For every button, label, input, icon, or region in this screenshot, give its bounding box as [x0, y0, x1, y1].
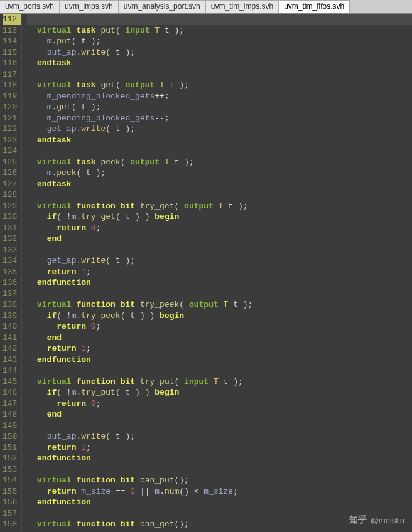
- code-line[interactable]: return 1;: [27, 343, 412, 354]
- code-line[interactable]: return 0;: [27, 321, 412, 332]
- line-number: 118: [3, 80, 17, 91]
- line-number: 114: [3, 36, 17, 47]
- line-number: 146: [3, 387, 17, 398]
- line-number: 117: [3, 69, 17, 80]
- tab-bar: uvm_ports.svhuvm_imps.svhuvm_analysis_po…: [0, 0, 412, 14]
- code-line[interactable]: endtask: [27, 58, 412, 69]
- line-number: 151: [3, 442, 17, 454]
- line-number: 148: [3, 409, 17, 420]
- line-number: 136: [3, 277, 17, 289]
- code-line[interactable]: put_ap.write( t );: [27, 47, 412, 58]
- code-line[interactable]: endfunction: [27, 277, 412, 289]
- tab-uvm_ports-svh[interactable]: uvm_ports.svh: [0, 0, 60, 13]
- line-number: 138: [3, 299, 17, 311]
- code-line[interactable]: virtual function bit try_get( output T t…: [27, 201, 412, 212]
- line-number: 142: [3, 343, 17, 354]
- watermark: 知乎 @meistin: [349, 514, 404, 526]
- code-line[interactable]: [27, 14, 412, 25]
- code-line[interactable]: if( !m.try_peek( t ) ) begin: [27, 311, 412, 322]
- watermark-user: @meistin: [371, 516, 404, 525]
- line-number: 130: [3, 211, 17, 223]
- code-line[interactable]: [27, 189, 412, 201]
- code-line[interactable]: put_ap.write( t );: [27, 431, 412, 442]
- code-line[interactable]: return 1;: [27, 267, 412, 278]
- code-line[interactable]: return 1;: [27, 442, 412, 454]
- line-number: 143: [3, 354, 17, 366]
- code-line[interactable]: end: [27, 409, 412, 420]
- line-number: 139: [3, 311, 17, 322]
- tab-uvm_imps-svh[interactable]: uvm_imps.svh: [60, 0, 119, 13]
- line-number: 153: [3, 464, 17, 476]
- line-number: 149: [3, 420, 17, 432]
- code-line[interactable]: endfunction: [27, 354, 412, 366]
- code-line[interactable]: virtual task get( output T t );: [27, 80, 412, 91]
- line-number: 113: [3, 25, 17, 36]
- line-number: 147: [3, 398, 17, 410]
- code-line[interactable]: m.put( t );: [27, 36, 412, 47]
- line-number: 128: [3, 189, 17, 201]
- code-line[interactable]: virtual task put( input T t );: [27, 25, 412, 36]
- code-line[interactable]: return 0;: [27, 223, 412, 234]
- line-number: 141: [3, 332, 17, 344]
- code-line[interactable]: [27, 289, 412, 300]
- code-line[interactable]: if( !m.try_put( t ) ) begin: [27, 387, 412, 398]
- line-number: 122: [3, 124, 17, 135]
- line-number: 126: [3, 168, 17, 179]
- tab-uvm_tlm_fifos-svh[interactable]: uvm_tlm_fifos.svh: [279, 0, 350, 13]
- zhihu-icon: 知乎: [349, 514, 367, 526]
- line-number-gutter: 1121131141151161171181191201211221231241…: [0, 14, 22, 532]
- line-number: 127: [3, 179, 17, 190]
- code-line[interactable]: m_pending_blocked_gets++;: [27, 91, 412, 102]
- code-line[interactable]: virtual function bit can_put();: [27, 475, 412, 486]
- line-number: 135: [3, 267, 17, 278]
- line-number: 131: [3, 223, 17, 234]
- line-number: 137: [3, 289, 17, 300]
- line-number: 145: [3, 376, 17, 388]
- code-line[interactable]: [27, 420, 412, 432]
- line-number: 152: [3, 453, 17, 464]
- line-number: 140: [3, 321, 17, 332]
- code-line[interactable]: endtask: [27, 179, 412, 190]
- line-number: 116: [3, 58, 17, 69]
- tab-uvm_analysis_port-svh[interactable]: uvm_analysis_port.svh: [119, 0, 206, 13]
- code-line[interactable]: m.peek( t );: [27, 168, 412, 179]
- code-line[interactable]: return 0;: [27, 398, 412, 410]
- code-line[interactable]: virtual function bit try_peek( output T …: [27, 299, 412, 311]
- code-line[interactable]: virtual function bit try_put( input T t …: [27, 376, 412, 388]
- line-number: 124: [3, 146, 17, 157]
- line-number: 112: [3, 14, 21, 25]
- code-line[interactable]: end: [27, 233, 412, 245]
- code-line[interactable]: [27, 245, 412, 256]
- code-line[interactable]: [27, 365, 412, 376]
- tab-uvm_tlm_imps-svh[interactable]: uvm_tlm_imps.svh: [206, 0, 279, 13]
- code-line[interactable]: [27, 146, 412, 157]
- line-number: 150: [3, 431, 17, 442]
- line-number: 158: [3, 519, 17, 530]
- code-area[interactable]: virtual task put( input T t ); m.put( t …: [22, 14, 412, 532]
- line-number: 134: [3, 255, 17, 267]
- line-number: 123: [3, 135, 17, 146]
- code-line[interactable]: endfunction: [27, 497, 412, 508]
- line-number: 156: [3, 497, 17, 508]
- code-line[interactable]: [27, 69, 412, 80]
- line-number: 144: [3, 365, 17, 376]
- code-line[interactable]: virtual task peek( output T t );: [27, 157, 412, 168]
- code-line[interactable]: if( !m.try_get( t ) ) begin: [27, 211, 412, 223]
- code-line[interactable]: m_pending_blocked_gets--;: [27, 113, 412, 124]
- line-number: 115: [3, 47, 17, 58]
- code-line[interactable]: end: [27, 332, 412, 344]
- code-line[interactable]: get_ap.write( t );: [27, 255, 412, 267]
- code-line[interactable]: m.get( t );: [27, 102, 412, 113]
- line-number: 119: [3, 91, 17, 102]
- line-number: 120: [3, 102, 17, 113]
- line-number: 133: [3, 245, 17, 256]
- line-number: 132: [3, 233, 17, 245]
- line-number: 129: [3, 201, 17, 212]
- code-line[interactable]: get_ap.write( t );: [27, 124, 412, 135]
- code-editor[interactable]: 1121131141151161171181191201211221231241…: [0, 14, 412, 532]
- code-line[interactable]: endtask: [27, 135, 412, 146]
- code-line[interactable]: return m_size == 0 || m.num() < m_size;: [27, 486, 412, 497]
- code-line[interactable]: endfunction: [27, 453, 412, 464]
- line-number: 155: [3, 486, 17, 497]
- code-line[interactable]: [27, 464, 412, 476]
